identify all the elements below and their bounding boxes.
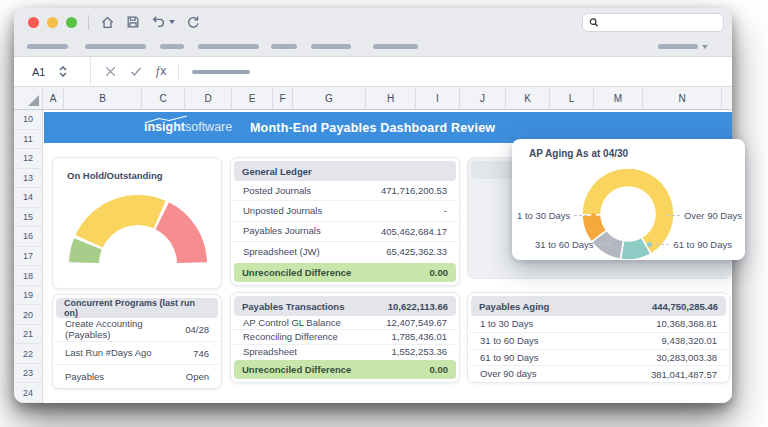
panel-header: Concurrent Programs (last run on) — [56, 298, 218, 318]
legend-dot — [591, 213, 596, 218]
toolbar-divider — [88, 15, 89, 30]
table-row: Spreadsheet 1,552,253.36 — [232, 344, 458, 358]
panel-total: 444,750,285.46 — [652, 301, 718, 312]
leader-line — [656, 244, 669, 245]
row-header[interactable]: 19 — [14, 286, 42, 306]
minimize-button[interactable] — [47, 17, 58, 28]
row-header[interactable]: 22 — [14, 344, 42, 364]
column-headers: A B C D E F G H I J K L M N — [14, 87, 732, 110]
column-header-l[interactable]: L — [550, 87, 594, 109]
title-bar — [14, 8, 732, 36]
column-header-g[interactable]: G — [293, 87, 366, 109]
column-header-j[interactable]: J — [460, 87, 506, 109]
ap-aging-popup-card: AP Aging As at 04/30 1 to 30 Days Over 9… — [512, 139, 745, 260]
save-icon[interactable] — [126, 15, 140, 29]
donut-label-31-to-60: 31 to 60 Days — [535, 239, 620, 250]
row-header[interactable]: 17 — [14, 247, 42, 267]
table-row: Last Run #Days Ago 746 — [54, 341, 220, 365]
column-header-h[interactable]: H — [366, 87, 416, 109]
column-header-b[interactable]: B — [64, 87, 142, 109]
search-box[interactable] — [582, 13, 724, 32]
unreconciled-difference-row: Unreconciled Difference 0.00 — [234, 263, 456, 282]
panel-concurrent-programs: Concurrent Programs (last run on) Create… — [52, 294, 222, 389]
ribbon-menu-placeholder[interactable] — [311, 44, 351, 49]
ribbon-collapse-caret-icon[interactable] — [702, 45, 708, 49]
name-box-stepper[interactable] — [59, 66, 67, 77]
search-input[interactable] — [603, 17, 717, 28]
row-header[interactable]: 16 — [14, 227, 42, 247]
name-box[interactable]: A1 — [14, 66, 90, 78]
table-row: Create Accounting (Payables) 04/28 — [54, 318, 220, 341]
ribbon-menu-placeholder[interactable] — [271, 44, 297, 49]
panel-on-hold: On Hold/Outstanding — [52, 157, 222, 289]
panel-title: Payables Aging — [479, 301, 549, 312]
panel-header: Payables Transactions 10,622,113.66 — [234, 296, 456, 316]
column-header-f[interactable]: F — [273, 87, 293, 109]
ribbon — [14, 36, 732, 57]
formula-bar-divider — [90, 57, 91, 87]
row-header[interactable]: 23 — [14, 364, 42, 384]
donut-label-61-to-90: 61 to 90 Days — [647, 239, 732, 250]
donut-label-over-90: Over 90 Days — [658, 210, 742, 221]
row-header[interactable]: 14 — [14, 188, 42, 208]
panel-payables-transactions: Payables Transactions 10,622,113.66 AP C… — [230, 292, 460, 383]
close-button[interactable] — [28, 17, 39, 28]
panel-title: General Ledger — [242, 166, 312, 177]
table-row: Spreadsheet (JW) 65,425,362.33 — [232, 241, 458, 261]
undo-icon[interactable] — [151, 15, 175, 29]
ribbon-menu-placeholder[interactable] — [373, 44, 418, 49]
row-header[interactable]: 21 — [14, 325, 42, 345]
ribbon-collapse-handle[interactable] — [658, 44, 698, 49]
ribbon-menu-placeholder[interactable] — [27, 44, 68, 49]
table-row: AP Control GL Balance 12,407,549.67 — [232, 316, 458, 329]
home-icon[interactable] — [100, 15, 115, 30]
row-header[interactable]: 13 — [14, 169, 42, 189]
logo-squiggle-icon — [145, 115, 189, 124]
table-row: Payables Open — [54, 364, 220, 388]
traffic-lights — [28, 17, 77, 28]
ribbon-menu-placeholder[interactable] — [198, 44, 259, 49]
row-header[interactable]: 11 — [14, 130, 42, 150]
redo-icon[interactable] — [186, 15, 200, 29]
row-header[interactable]: 20 — [14, 305, 42, 325]
unreconciled-difference-row: Unreconciled Difference 0.00 — [234, 360, 456, 379]
legend-dot — [615, 242, 620, 247]
search-icon — [589, 17, 599, 28]
panel-header: General Ledger — [234, 161, 456, 181]
row-header[interactable]: 10 — [14, 110, 42, 130]
cancel-entry-icon[interactable] — [105, 66, 116, 77]
column-header-i[interactable]: I — [416, 87, 460, 109]
column-header-e[interactable]: E — [232, 87, 273, 109]
legend-dot — [647, 242, 652, 247]
row-header[interactable]: 24 — [14, 383, 42, 403]
table-row: Posted Journals 471,716,200.53 — [232, 181, 458, 200]
table-row: Reconciling Difference 1,785,436.01 — [232, 329, 458, 343]
column-header-d[interactable]: D — [185, 87, 232, 109]
formula-input-placeholder[interactable] — [192, 70, 250, 74]
column-header-k[interactable]: K — [506, 87, 550, 109]
panel-general-ledger: General Ledger Posted Journals 471,716,2… — [230, 157, 460, 286]
row-header[interactable]: 12 — [14, 149, 42, 169]
leader-line — [598, 244, 611, 245]
column-header-spacer — [722, 87, 732, 109]
insert-function-icon[interactable]: fx — [156, 64, 166, 79]
screen: A1 fx A B C D E F — [0, 0, 768, 427]
confirm-entry-icon[interactable] — [130, 66, 142, 77]
ribbon-menu-placeholder[interactable] — [85, 44, 146, 49]
column-header-m[interactable]: M — [594, 87, 643, 109]
ribbon-menu-placeholder[interactable] — [160, 44, 184, 49]
formula-bar-divider — [178, 64, 179, 80]
column-header-n[interactable]: N — [643, 87, 722, 109]
formula-bar: A1 fx — [14, 57, 732, 87]
select-all-corner[interactable] — [14, 87, 43, 109]
table-row: Payables Journals 405,462,684.17 — [232, 221, 458, 241]
column-header-c[interactable]: C — [142, 87, 185, 109]
leader-line — [574, 215, 587, 216]
column-header-a[interactable]: A — [43, 87, 64, 109]
zoom-button[interactable] — [66, 17, 77, 28]
row-headers: 10 11 12 13 14 15 16 17 18 19 20 21 22 2… — [14, 110, 43, 403]
panel-total: 10,622,113.66 — [388, 301, 448, 312]
on-hold-gauge-chart — [53, 158, 222, 289]
row-header[interactable]: 18 — [14, 266, 42, 286]
row-header[interactable]: 15 — [14, 208, 42, 228]
